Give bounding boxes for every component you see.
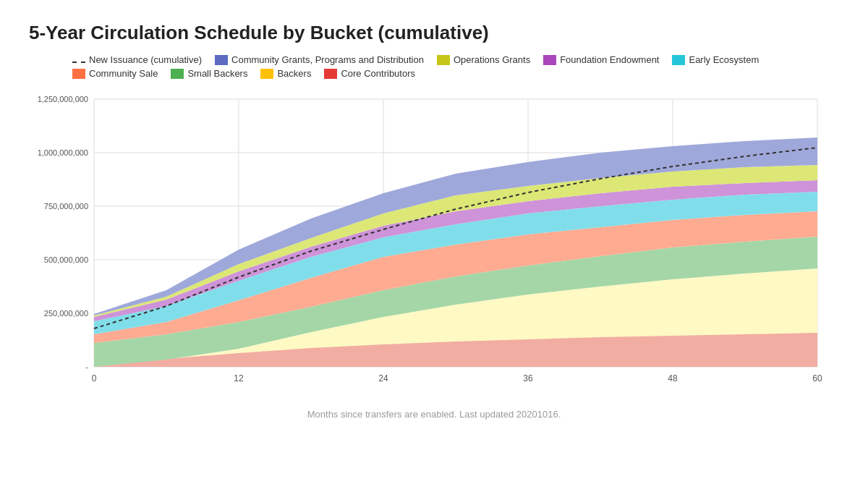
legend-item-new-issuance: New Issuance (cumulative)	[72, 54, 202, 65]
legend-swatch-core-contributors	[324, 69, 337, 79]
x-label-48: 48	[668, 373, 678, 383]
legend-swatch-community-sale	[72, 69, 85, 79]
legend-item-small-backers: Small Backers	[171, 68, 247, 79]
legend-label-foundation-endowment: Foundation Endowment	[560, 54, 659, 65]
legend-item-foundation-endowment: Foundation Endowment	[543, 54, 659, 65]
x-label-0: 0	[92, 373, 97, 383]
x-label-36: 36	[523, 373, 533, 383]
y-label-500m: 500,000,000	[44, 255, 88, 264]
legend-swatch-new-issuance	[72, 62, 85, 63]
legend-swatch-community-grants	[215, 55, 228, 65]
x-label-24: 24	[378, 373, 388, 383]
x-label-12: 12	[234, 373, 244, 383]
legend-label-backers: Backers	[277, 68, 311, 79]
chart-area: 1,250,000,000 1,000,000,000 750,000,000 …	[29, 92, 839, 403]
x-label-60: 60	[812, 373, 822, 383]
y-label-zero: -	[85, 363, 88, 371]
legend-label-core-contributors: Core Contributors	[341, 68, 415, 79]
legend-item-operations-grants: Operations Grants	[437, 54, 530, 65]
legend-label-small-backers: Small Backers	[187, 68, 247, 79]
chart-footer: Months since transfers are enabled. Last…	[29, 409, 839, 420]
chart-svg: 1,250,000,000 1,000,000,000 750,000,000 …	[29, 92, 839, 403]
legend-label-community-sale: Community Sale	[89, 68, 158, 79]
y-label-250m: 250,000,000	[44, 309, 88, 318]
legend-swatch-backers	[260, 69, 273, 79]
legend-item-early-ecosystem: Early Ecosystem	[672, 54, 759, 65]
legend-label-new-issuance: New Issuance (cumulative)	[89, 54, 202, 65]
legend-label-operations-grants: Operations Grants	[454, 54, 530, 65]
legend-item-community-grants: Community Grants, Programs and Distribut…	[215, 54, 424, 65]
chart-legend: New Issuance (cumulative) Community Gran…	[29, 54, 839, 79]
legend-item-backers: Backers	[260, 68, 311, 79]
legend-swatch-operations-grants	[437, 55, 450, 65]
legend-swatch-small-backers	[171, 69, 184, 79]
y-label-750m: 750,000,000	[44, 202, 88, 211]
chart-title: 5-Year Circulation Schedule by Bucket (c…	[29, 22, 839, 44]
legend-item-core-contributors: Core Contributors	[324, 68, 415, 79]
legend-swatch-early-ecosystem	[672, 55, 685, 65]
legend-label-community-grants: Community Grants, Programs and Distribut…	[231, 54, 424, 65]
y-label-1000m: 1,000,000,000	[38, 148, 88, 157]
y-label-1250m: 1,250,000,000	[38, 95, 88, 103]
legend-swatch-foundation-endowment	[543, 55, 556, 65]
legend-label-early-ecosystem: Early Ecosystem	[689, 54, 759, 65]
legend-item-community-sale: Community Sale	[72, 68, 158, 79]
